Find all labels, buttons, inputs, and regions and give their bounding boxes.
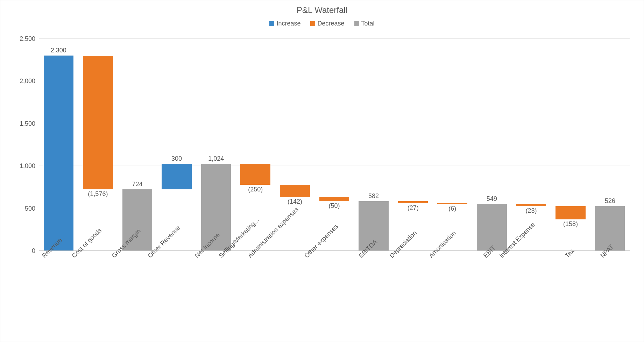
legend-item-decrease: Decrease [310,20,344,27]
bar-value-label: (1,576) [88,190,108,198]
bar-slot: 526 [590,39,630,250]
legend-label: Decrease [317,20,344,27]
legend-item-increase: Increase [269,20,300,27]
bar-slot: (158) [551,39,590,250]
bar-slot: 2,300 [39,39,78,250]
bar-slot: 582 [354,39,394,250]
bar-value-label: 582 [368,192,379,200]
plot-area: 2,300(1,576)7243001,024(250)(142)(50)582… [39,39,630,251]
legend-swatch-decrease [310,21,315,26]
bar-decrease [437,203,467,204]
bar-slot: 724 [118,39,157,250]
legend-swatch-total [354,21,359,26]
bar-decrease [516,204,546,206]
bar-slot: 300 [157,39,197,250]
waterfall-chart: P&L Waterfall Increase Decrease Total 05… [0,0,644,342]
bar-decrease [280,185,310,197]
bar-decrease [319,197,349,201]
bar-increase [162,164,192,189]
bar-total [477,204,507,250]
bar-value-label: 549 [487,195,497,203]
bar-decrease [555,206,586,219]
bar-decrease [240,164,270,185]
y-tick-label: 1,000 [20,162,35,170]
bar-value-label: (6) [448,205,456,212]
bar-value-label: 724 [132,181,142,188]
bar-slot: (142) [275,39,315,250]
bar-slot: 549 [472,39,512,250]
bar-value-label: 1,024 [208,155,224,162]
chart-title: P&L Waterfall [0,0,644,15]
bar-slot: (23) [511,39,551,250]
bar-value-label: (27) [408,204,419,212]
x-axis: RevenueCost of goodsGross marginOther Re… [39,251,630,335]
bar-value-label: (142) [288,198,302,205]
bar-value-label: 300 [171,155,182,162]
legend-label: Increase [276,20,300,27]
y-tick-label: 500 [25,205,35,212]
bar-decrease [83,56,113,189]
legend-item-total: Total [354,20,375,27]
bar-value-label: (23) [525,207,537,214]
y-tick-label: 0 [32,247,35,255]
y-tick-label: 1,500 [20,120,35,127]
y-tick-label: 2,000 [20,78,35,85]
bar-value-label: 2,300 [51,47,66,54]
bar-slot: (50) [314,39,354,250]
y-tick-label: 2,500 [20,35,35,43]
plot-outer: 05001,0001,5002,0002,500 2,300(1,576)724… [11,39,633,335]
bar-value-label: (250) [248,186,263,193]
y-axis: 05001,0001,5002,0002,500 [11,39,39,251]
bar-slot: (27) [393,39,433,250]
chart-legend: Increase Decrease Total [0,20,644,27]
bar-slot: (1,576) [78,39,118,250]
legend-swatch-increase [269,21,274,26]
legend-label: Total [361,20,375,27]
bar-slot: (6) [433,39,472,250]
bar-value-label: (50) [328,202,340,210]
bar-value-label: (158) [563,220,578,228]
bar-decrease [398,201,428,204]
bar-slot: 1,024 [196,39,236,250]
bar-value-label: 526 [605,197,615,205]
bar-increase [44,56,74,250]
